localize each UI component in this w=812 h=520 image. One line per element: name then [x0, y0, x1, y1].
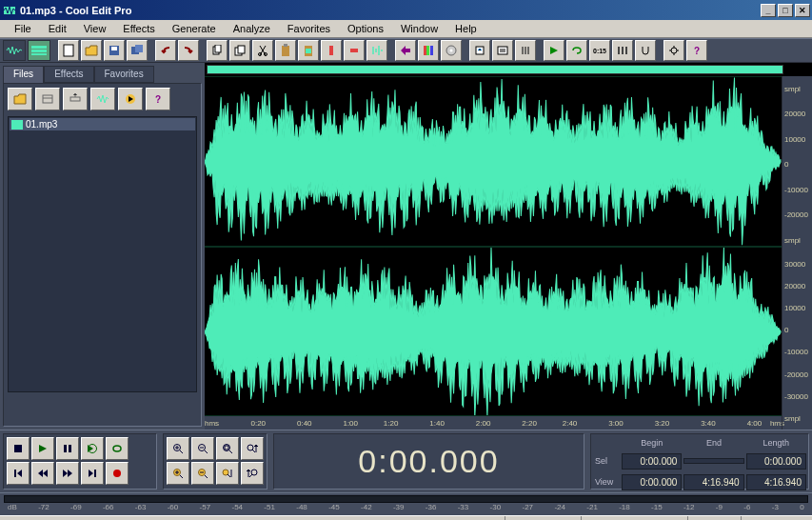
main-toolbar: 0:15 ? — [0, 38, 812, 63]
play-button-tb[interactable] — [544, 40, 564, 61]
undo-button[interactable] — [155, 40, 176, 61]
trim-button[interactable] — [321, 40, 342, 61]
cut-button[interactable] — [252, 40, 273, 61]
level-meter[interactable]: dB-72-69-66-63-60-57-54-51-48-45-42-39-3… — [0, 492, 812, 515]
normalize-button[interactable] — [366, 40, 387, 61]
go-start-button[interactable] — [7, 462, 30, 485]
statusbar: Opened in 24.42 seconds 44100 · 16-bit ·… — [0, 515, 812, 520]
view-end[interactable]: 4:16.940 — [683, 474, 743, 490]
settings-button[interactable] — [663, 40, 684, 61]
loop-button-tb[interactable] — [566, 40, 587, 61]
titlebar: 01.mp3 - Cool Edit Pro _ □ ✕ — [0, 0, 812, 20]
file-name: 01.mp3 — [26, 119, 57, 130]
sel-length[interactable]: 0:00.000 — [746, 453, 806, 470]
zoom-out-button[interactable] — [191, 437, 214, 460]
redo-button[interactable] — [178, 40, 199, 61]
edit-view-mode[interactable] — [3, 40, 26, 61]
menu-help[interactable]: Help — [446, 21, 485, 36]
close-file-button[interactable] — [35, 88, 60, 110]
view-length[interactable]: 4:16.940 — [746, 474, 806, 490]
time-value: 0:00.000 — [358, 443, 499, 480]
zoom-sel-right-button[interactable] — [241, 462, 264, 485]
sel-end[interactable] — [683, 458, 743, 464]
zoom-out-v-button[interactable] — [191, 462, 214, 485]
menu-edit[interactable]: Edit — [40, 21, 75, 36]
overview-bar[interactable] — [207, 65, 783, 74]
menu-window[interactable]: Window — [392, 21, 446, 36]
props-button[interactable] — [492, 40, 513, 61]
batch-button[interactable] — [127, 40, 148, 61]
menu-analyze[interactable]: Analyze — [225, 21, 279, 36]
sel-begin[interactable]: 0:00.000 — [622, 453, 682, 470]
open-button[interactable] — [81, 40, 102, 61]
view-begin[interactable]: 0:00.000 — [622, 474, 682, 490]
insert-track-button[interactable] — [63, 88, 88, 110]
close-button[interactable]: ✕ — [795, 4, 810, 17]
waveform-right-channel[interactable] — [205, 247, 782, 417]
markers-button[interactable] — [469, 40, 490, 61]
bars-button[interactable] — [612, 40, 633, 61]
zoom-sel-left-button[interactable] — [216, 462, 239, 485]
files-panel: ? 01.mp3 — [3, 83, 202, 427]
convert-button[interactable] — [395, 40, 416, 61]
save-button[interactable] — [104, 40, 125, 61]
play-loop-button[interactable] — [106, 437, 129, 460]
menu-options[interactable]: Options — [339, 21, 392, 36]
mixer-button[interactable] — [515, 40, 536, 61]
menu-effects[interactable]: Effects — [114, 21, 163, 36]
stop-button[interactable] — [7, 437, 30, 460]
svg-rect-10 — [215, 45, 221, 52]
cd-button[interactable] — [441, 40, 462, 61]
play-button[interactable] — [31, 437, 54, 460]
tab-favorites[interactable]: Favorites — [94, 66, 154, 83]
time-format-button[interactable]: 0:15 — [589, 40, 610, 61]
multitrack-mode[interactable] — [28, 40, 50, 61]
tab-effects[interactable]: Effects — [44, 66, 93, 83]
menu-generate[interactable]: Generate — [164, 21, 225, 36]
minimize-button[interactable]: _ — [761, 4, 776, 17]
svg-point-13 — [259, 53, 262, 56]
svg-rect-15 — [282, 46, 289, 56]
status-message: Opened in 24.42 seconds — [0, 516, 505, 520]
file-list[interactable]: 01.mp3 — [8, 116, 197, 392]
menu-view[interactable]: View — [75, 21, 115, 36]
help-button-tb[interactable]: ? — [686, 40, 707, 61]
file-item[interactable]: 01.mp3 — [10, 118, 195, 130]
menu-file[interactable]: File — [6, 21, 40, 36]
auto-play-button[interactable] — [118, 88, 143, 110]
copy-new-button[interactable] — [207, 40, 228, 61]
delete-button[interactable] — [344, 40, 365, 61]
new-button[interactable] — [58, 40, 79, 61]
time-ruler[interactable]: hms0:200:401:001:201:402:002:202:403:003… — [205, 416, 782, 430]
spectral-button[interactable] — [418, 40, 439, 61]
svg-point-34 — [671, 48, 677, 53]
copy-button[interactable] — [229, 40, 250, 61]
transport-controls — [3, 433, 157, 490]
snap-button[interactable] — [635, 40, 656, 61]
go-end-button[interactable] — [81, 462, 104, 485]
import-file-button[interactable] — [8, 88, 32, 110]
help-panel-button[interactable]: ? — [146, 88, 170, 110]
zoom-full-button[interactable] — [216, 437, 239, 460]
mix-paste-button[interactable] — [298, 40, 319, 61]
svg-point-46 — [113, 470, 121, 477]
rewind-button[interactable] — [31, 462, 54, 485]
edit-file-button[interactable] — [90, 88, 115, 110]
status-free: 23.22 GB free — [742, 516, 812, 520]
waveform-left-channel[interactable] — [205, 76, 782, 247]
zoom-in-button[interactable] — [167, 437, 189, 460]
play-to-end-button[interactable] — [81, 437, 104, 460]
menu-favorites[interactable]: Favorites — [279, 21, 339, 36]
time-display[interactable]: 0:00.000 — [273, 433, 584, 490]
record-button[interactable] — [106, 462, 129, 485]
maximize-button[interactable]: □ — [778, 4, 793, 17]
paste-button[interactable] — [275, 40, 296, 61]
pause-button[interactable] — [56, 437, 79, 460]
svg-rect-22 — [426, 46, 429, 55]
forward-button[interactable] — [56, 462, 79, 485]
tab-files[interactable]: Files — [3, 66, 44, 83]
svg-rect-4 — [64, 45, 73, 56]
zoom-in-v-button[interactable] — [167, 462, 189, 485]
zoom-to-selection-button[interactable] — [241, 437, 264, 460]
zoom-controls — [163, 433, 267, 490]
